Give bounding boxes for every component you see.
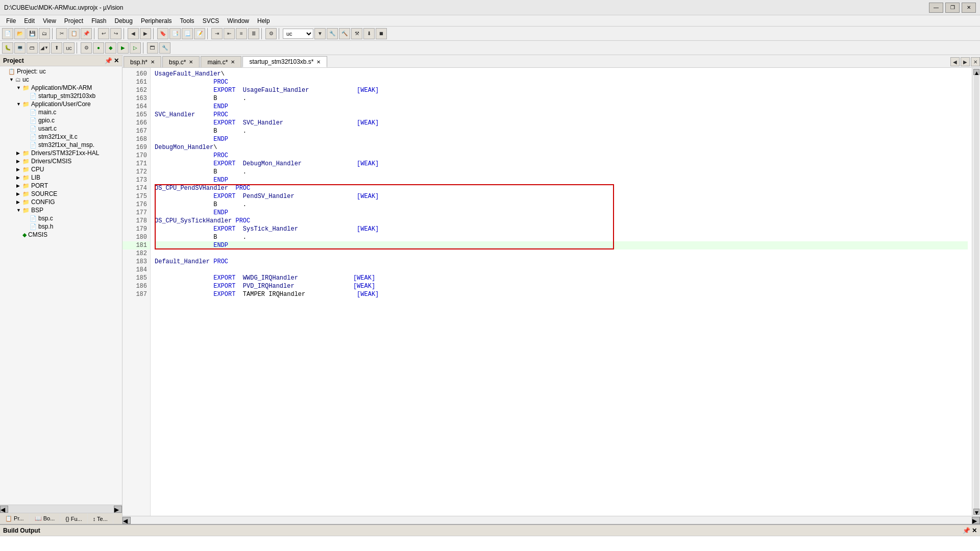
tree-item-uc[interactable]: ▼🗂uc <box>0 76 122 84</box>
indent-btn[interactable]: ⇥ <box>211 28 223 39</box>
tree-item-bsp-h[interactable]: 📄bsp.h <box>0 222 122 231</box>
compile-btn[interactable]: ⚙ <box>265 28 277 39</box>
unindent-btn[interactable]: ⇤ <box>224 28 235 39</box>
scroll-left[interactable]: ◀ <box>0 506 8 513</box>
copy-btn[interactable]: 📋 <box>68 28 80 39</box>
tb2-uc[interactable]: uc <box>63 42 75 54</box>
tree-item-lib[interactable]: ▶📁LIB <box>0 173 122 182</box>
menu-project[interactable]: Project <box>60 16 87 26</box>
new-file-btn[interactable]: 📄 <box>2 28 13 39</box>
bottom-hscroll[interactable]: ◀ ▶ <box>122 516 980 524</box>
tree-item-drivers-cmsis[interactable]: ▶📁Drivers/CMSIS <box>0 157 122 165</box>
tab-bsp-c[interactable]: bsp.c* ✕ <box>162 56 200 67</box>
target-dropdown[interactable]: uc <box>283 29 313 39</box>
scroll-right[interactable]: ▶ <box>114 506 122 513</box>
tb2-tool[interactable]: 🔧 <box>159 42 170 54</box>
nav-fwd-btn[interactable]: ▶ <box>140 28 151 39</box>
project-hscroll[interactable]: ◀ ▶ <box>0 505 122 513</box>
bookmark4-btn[interactable]: 📝 <box>194 28 205 39</box>
target-options-btn[interactable]: ▼ <box>314 28 326 39</box>
tree-item-stm32f1xx-it[interactable]: 📄stm32f1xx_it.c <box>0 133 122 141</box>
tb2-btn4[interactable]: ◢▼ <box>39 42 50 54</box>
menu-file[interactable]: File <box>2 16 20 26</box>
debug-btn[interactable]: 🐛 <box>2 42 13 54</box>
tb2-green2[interactable]: ◆ <box>105 42 116 54</box>
tb2-load[interactable]: ⬆ <box>51 42 62 54</box>
maximize-button[interactable]: ❐ <box>945 3 960 13</box>
tab-books[interactable]: 📖 Bo... <box>30 513 61 524</box>
tree-item-drivers-stm32[interactable]: ▶📁Drivers/STM32F1xx-HAL <box>0 149 122 157</box>
menu-window[interactable]: Window <box>223 16 253 26</box>
menu-svcs[interactable]: SVCS <box>199 16 224 26</box>
save-btn[interactable]: 💾 <box>27 28 38 39</box>
tree-item-root[interactable]: 📋Project: uc <box>0 67 122 76</box>
tab-functions[interactable]: {} Fu... <box>60 513 87 524</box>
mem-btn[interactable]: 🗃 <box>27 42 38 54</box>
nav-back-btn[interactable]: ◀ <box>128 28 139 39</box>
format-btn[interactable]: ≡ <box>236 28 247 39</box>
tree-item-stm32f1xx-hal[interactable]: 📄stm32f1xx_hal_msp. <box>0 141 122 149</box>
project-pin-btn[interactable]: 📌 <box>105 57 112 64</box>
tree-item-bsp[interactable]: ▼📁BSP <box>0 206 122 214</box>
tab-bsp-c-close[interactable]: ✕ <box>189 59 193 65</box>
tree-item-main-c[interactable]: 📄main.c <box>0 108 122 116</box>
bookmark2-btn[interactable]: 📑 <box>169 28 181 39</box>
vscroll-down[interactable]: ▼ <box>973 509 979 515</box>
tb2-green3[interactable]: ▶ <box>117 42 129 54</box>
tree-item-source[interactable]: ▶📁SOURCE <box>0 190 122 198</box>
tree-item-port[interactable]: ▶📁PORT <box>0 182 122 190</box>
bookmark-btn[interactable]: 🔖 <box>157 28 168 39</box>
tree-item-app-mdk[interactable]: ▼📁Application/MDK-ARM <box>0 84 122 92</box>
cut-btn[interactable]: ✂ <box>56 28 67 39</box>
paste-btn[interactable]: 📌 <box>81 28 92 39</box>
editor-scrollbar[interactable]: ▲ ▼ <box>972 68 980 516</box>
tab-templates[interactable]: ↕ Te... <box>88 513 113 524</box>
tree-item-config[interactable]: ▶📁CONFIG <box>0 198 122 206</box>
tree-item-app-user[interactable]: ▼📁Application/User/Core <box>0 100 122 108</box>
tree-item-usart-c[interactable]: 📄usart.c <box>0 124 122 133</box>
build-output-pin[interactable]: 📌 <box>963 527 970 534</box>
tb2-settings[interactable]: ⚙ <box>81 42 92 54</box>
menu-view[interactable]: View <box>39 16 60 26</box>
code-area[interactable]: UsageFault_Handler\ PROC EXPORT UsageFau… <box>151 68 972 516</box>
minimize-button[interactable]: — <box>929 3 943 13</box>
menu-peripherals[interactable]: Peripherals <box>137 16 176 26</box>
tab-startup[interactable]: startup_stm32f103xb.s* ✕ <box>242 56 327 67</box>
tab-main-c-close[interactable]: ✕ <box>231 59 235 65</box>
build-target-btn[interactable]: 🔧 <box>327 28 338 39</box>
menu-help[interactable]: Help <box>253 16 274 26</box>
menu-debug[interactable]: Debug <box>111 16 137 26</box>
cpu-btn[interactable]: 💻 <box>14 42 26 54</box>
download-btn[interactable]: ⬇ <box>363 28 375 39</box>
tb2-green4[interactable]: ▷ <box>130 42 141 54</box>
redo-btn[interactable]: ↪ <box>110 28 121 39</box>
stop-btn[interactable]: ⏹ <box>376 28 387 39</box>
hscroll-left[interactable]: ◀ <box>122 517 131 524</box>
build-output-close[interactable]: ✕ <box>972 527 977 534</box>
tab-bsp-h[interactable]: bsp.h* ✕ <box>124 56 161 67</box>
undo-btn[interactable]: ↩ <box>98 28 109 39</box>
tree-item-startup[interactable]: 📄startup_stm32f103xb <box>0 92 122 100</box>
tab-bsp-h-close[interactable]: ✕ <box>151 59 155 65</box>
rebuild-btn[interactable]: 🔨 <box>339 28 350 39</box>
format2-btn[interactable]: ≣ <box>248 28 259 39</box>
tree-item-cpu[interactable]: ▶📁CPU <box>0 165 122 173</box>
close-button[interactable]: ✕ <box>962 3 976 13</box>
tab-nav-left[interactable]: ◀ <box>950 57 960 66</box>
vscroll-up[interactable]: ▲ <box>973 69 979 75</box>
tab-close-all[interactable]: ✕ <box>971 57 980 66</box>
tree-item-cmsis[interactable]: ◆CMSIS <box>0 231 122 239</box>
menu-flash[interactable]: Flash <box>87 16 110 26</box>
menu-edit[interactable]: Edit <box>20 16 39 26</box>
tab-startup-close[interactable]: ✕ <box>316 59 321 65</box>
tab-main-c[interactable]: main.c* ✕ <box>201 56 241 67</box>
tab-project[interactable]: 📋 Pr... <box>0 513 30 524</box>
tree-item-gpio-c[interactable]: 📄gpio.c <box>0 116 122 124</box>
tab-nav-right[interactable]: ▶ <box>961 57 970 66</box>
menu-tools[interactable]: Tools <box>176 16 199 26</box>
open-btn[interactable]: 📂 <box>14 28 26 39</box>
tb2-window[interactable]: 🗔 <box>147 42 158 54</box>
bookmark3-btn[interactable]: 📃 <box>182 28 193 39</box>
save-all-btn[interactable]: 🗂 <box>39 28 50 39</box>
hscroll-right[interactable]: ▶ <box>972 517 980 524</box>
